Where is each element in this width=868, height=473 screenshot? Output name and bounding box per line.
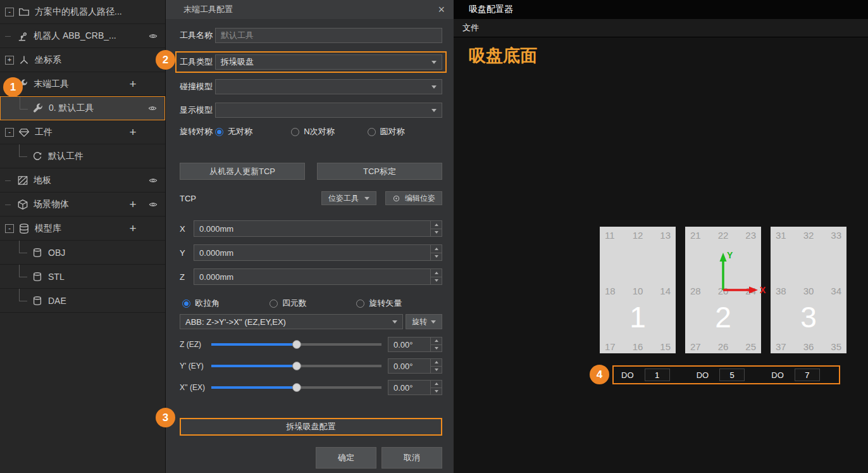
do-value-input[interactable]: 5: [719, 369, 745, 381]
spin-up-button[interactable]: [431, 337, 442, 345]
euler-x-spinbox[interactable]: 0.00°: [388, 380, 442, 395]
collapse-toggle-icon[interactable]: -: [5, 224, 14, 233]
euler-y-spinbox[interactable]: 0.00°: [388, 358, 442, 374]
pad-cell[interactable]: 34: [831, 286, 841, 296]
pad-cell[interactable]: 16: [633, 341, 643, 352]
sidebar-item-obj[interactable]: OBJ: [0, 241, 165, 265]
pad-cell[interactable]: 22: [718, 230, 729, 241]
pad-cell[interactable]: 13: [660, 230, 671, 241]
radio-n-fold-symmetry[interactable]: N次对称: [291, 126, 367, 137]
sidebar-item-stl[interactable]: STL: [0, 265, 165, 289]
pad-cell[interactable]: 20: [718, 286, 729, 296]
slider-handle[interactable]: [292, 362, 301, 370]
radio-euler-angles[interactable]: 欧拉角: [182, 298, 270, 309]
sidebar-item-default-workpiece[interactable]: 默认工件: [0, 144, 165, 168]
tool-type-select[interactable]: 拆垛吸盘: [215, 54, 442, 70]
collapse-toggle-icon[interactable]: -: [5, 128, 14, 137]
sidebar-item-default-tool[interactable]: 0. 默认工具: [0, 96, 165, 120]
pad-cell[interactable]: 31: [776, 230, 786, 241]
spin-down-button[interactable]: [431, 229, 442, 237]
pad-cell[interactable]: 23: [745, 230, 756, 241]
slider-handle[interactable]: [292, 340, 301, 349]
spin-up-button[interactable]: [431, 381, 442, 388]
radio-rotation-vector[interactable]: 旋转矢量: [356, 298, 402, 309]
pad-cell[interactable]: 11: [605, 230, 615, 241]
pad-cell[interactable]: 18: [605, 286, 616, 296]
spin-up-button[interactable]: [431, 221, 442, 229]
pad-cell[interactable]: 38: [776, 286, 786, 296]
visibility-eye-icon[interactable]: [146, 104, 159, 113]
tcp-y-spinbox[interactable]: 0.000mm: [194, 244, 442, 261]
spin-down-button[interactable]: [431, 345, 442, 352]
do-value-input[interactable]: 1: [645, 369, 670, 381]
cancel-button[interactable]: 取消: [381, 447, 442, 469]
tool-name-input[interactable]: [215, 28, 442, 43]
visibility-eye-icon[interactable]: [146, 32, 160, 41]
menu-file[interactable]: 文件: [462, 22, 479, 34]
pad-cell[interactable]: 25: [745, 341, 756, 352]
pad-cell[interactable]: 15: [660, 341, 671, 352]
sidebar-item-robot[interactable]: 机器人 ABB_CRB_...: [0, 24, 165, 48]
euler-x-slider[interactable]: [211, 381, 381, 394]
pose-tool-button[interactable]: 位姿工具: [321, 191, 376, 205]
pad-cell[interactable]: 32: [803, 230, 814, 241]
sidebar-item-robot-path[interactable]: - 方案中的机器人路径...: [0, 0, 165, 24]
add-workpiece-button[interactable]: +: [126, 126, 140, 138]
sidebar-item-end-tools[interactable]: 末端工具 +: [0, 72, 165, 96]
sidebar-item-floor[interactable]: 地板: [0, 168, 165, 192]
collision-model-select[interactable]: [215, 79, 442, 94]
radio-no-symmetry[interactable]: 无对称: [215, 126, 291, 137]
suction-pad-1[interactable]: 11 12 13 18 10 14 17 16 15 1: [600, 227, 676, 353]
pad-cell[interactable]: 10: [633, 286, 643, 296]
ok-button[interactable]: 确定: [316, 447, 376, 469]
tcp-x-spinbox[interactable]: 0.000mm: [194, 220, 442, 237]
suction-pad-3[interactable]: 31 32 33 38 30 34 37 36 35 3: [771, 227, 846, 353]
pad-cell[interactable]: 36: [803, 341, 814, 352]
add-end-tool-button[interactable]: +: [126, 78, 140, 90]
rotate-button[interactable]: 旋转: [406, 314, 442, 329]
depalletizing-suction-config-button[interactable]: 拆垛吸盘配置: [180, 418, 442, 436]
sidebar-item-coordinate-systems[interactable]: + 坐标系: [0, 48, 165, 72]
pad-cell[interactable]: 37: [776, 341, 786, 352]
sidebar-item-scene-objects[interactable]: 场景物体 +: [0, 192, 165, 217]
spin-down-button[interactable]: [431, 388, 442, 395]
pad-cell[interactable]: 21: [690, 230, 701, 241]
sidebar-item-model-library[interactable]: - 模型库 +: [0, 217, 165, 241]
tcp-z-spinbox[interactable]: 0.000mm: [194, 268, 442, 285]
pad-cell[interactable]: 28: [690, 286, 701, 296]
pad-cell[interactable]: 33: [831, 230, 841, 241]
visibility-eye-icon[interactable]: [146, 200, 160, 209]
euler-convention-select[interactable]: ABB: Z->Y'->X'' (EZ,EY,EX): [180, 314, 403, 329]
configurator-title-bar[interactable]: 吸盘配置器: [454, 0, 868, 19]
close-icon[interactable]: ×: [438, 4, 445, 15]
slider-handle[interactable]: [292, 383, 301, 392]
do-value-input[interactable]: 7: [795, 369, 820, 381]
suction-pad-2[interactable]: 21 22 23 28 20 24 27 26 25 2 Y X: [685, 227, 761, 353]
pad-cell[interactable]: 26: [718, 341, 729, 352]
spin-down-button[interactable]: [431, 277, 442, 285]
euler-z-slider[interactable]: [211, 337, 381, 351]
spin-up-button[interactable]: [431, 245, 442, 253]
radio-quaternion[interactable]: 四元数: [270, 298, 357, 309]
spin-down-button[interactable]: [431, 253, 442, 261]
dialog-title-bar[interactable]: 末端工具配置 ×: [166, 0, 454, 19]
radio-circular-symmetry[interactable]: 圆对称: [368, 126, 405, 137]
edit-pose-button[interactable]: 编辑位姿: [385, 191, 442, 205]
spin-up-button[interactable]: [431, 269, 442, 277]
spin-up-button[interactable]: [431, 359, 442, 367]
update-tcp-from-robot-button[interactable]: 从机器人更新TCP: [180, 163, 305, 180]
pad-cell[interactable]: 14: [660, 286, 671, 296]
sidebar-item-dae[interactable]: DAE: [0, 289, 165, 313]
collapse-toggle-icon[interactable]: -: [5, 8, 14, 16]
pad-cell[interactable]: 24: [745, 286, 756, 296]
pad-cell[interactable]: 30: [803, 286, 814, 296]
pad-cell[interactable]: 35: [831, 341, 841, 352]
pad-cell[interactable]: 17: [605, 341, 616, 352]
euler-z-spinbox[interactable]: 0.00°: [388, 337, 442, 352]
euler-y-slider[interactable]: [211, 359, 381, 373]
visibility-eye-icon[interactable]: [146, 176, 160, 185]
expand-toggle-icon[interactable]: +: [5, 56, 14, 65]
pad-cell[interactable]: 27: [690, 341, 701, 352]
add-scene-object-button[interactable]: +: [126, 198, 140, 210]
sidebar-item-workpieces[interactable]: - 工件 +: [0, 120, 165, 144]
